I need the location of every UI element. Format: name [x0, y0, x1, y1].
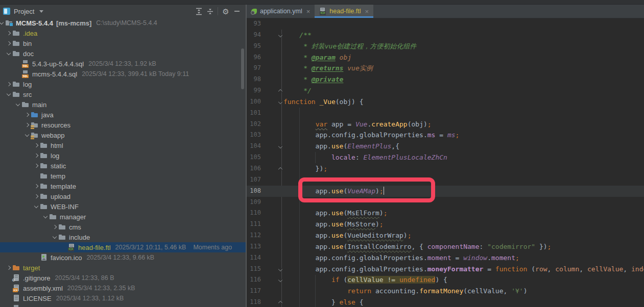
tree-item-head-file.ftl[interactable]: <>head-file.ftl2025/3/12 10:11, 5.46 kBM…	[0, 242, 246, 252]
code-line-118[interactable]: 118 } else {	[247, 297, 644, 307]
code-text[interactable]: app.use(MsElForm);	[283, 208, 388, 219]
tree-item-src[interactable]: src	[0, 89, 246, 99]
chevron-expanded-icon[interactable]	[7, 50, 11, 55]
tree-item-manager[interactable]: manager	[0, 212, 246, 222]
chevron-expanded-icon[interactable]	[16, 101, 20, 106]
fold-region-open-icon[interactable]	[278, 144, 282, 148]
tree-item-partial[interactable]: SQL	[0, 303, 246, 307]
tree-item-mcms-5.4.4[interactable]: MCMS-5.4.4[ms-mcms]C:\study\MCMS-5.4.4	[0, 18, 246, 28]
settings-icon[interactable]: ⚙	[220, 6, 231, 16]
chevron-expanded-icon[interactable]	[43, 214, 47, 218]
code-line-105[interactable]: 105 locale: ElementPlusLocaleZhCn	[247, 152, 644, 163]
code-text[interactable]: app.use(VueUeditorWrap);	[283, 230, 411, 241]
chevron-collapsed-icon[interactable]	[34, 143, 38, 147]
code-line-95[interactable]: 95 * 封装vue创建过程，方便初始化组件	[247, 41, 644, 52]
code-line-101[interactable]: 101	[247, 108, 644, 119]
hide-panel-icon[interactable]	[231, 6, 243, 16]
code-text[interactable]: function _Vue(obj) {	[283, 96, 364, 108]
tree-item-cms[interactable]: cms	[0, 222, 246, 232]
code-text[interactable]: app.use(ElementPlus,{	[283, 141, 399, 152]
tree-item-.gitignore[interactable]: ⊘.gitignore2025/3/4 12:33, 86 B	[0, 273, 246, 283]
close-tab-icon[interactable]: ×	[365, 8, 369, 15]
code-line-93[interactable]: 93	[247, 18, 644, 30]
code-text[interactable]: app.config.globalProperties.moment = win…	[283, 252, 519, 264]
tree-item-webapp[interactable]: webapp	[0, 130, 246, 140]
code-line-106[interactable]: 106 });	[247, 163, 644, 174]
code-text[interactable]: app.use(InstallCodemirro, { componentNam…	[283, 241, 551, 252]
tree-item-template[interactable]: template	[0, 181, 246, 191]
code-text[interactable]: var app = Vue.createApp(obj);	[283, 119, 432, 130]
fold-region-end-icon[interactable]	[278, 301, 282, 305]
code-text[interactable]: * @param obj	[283, 52, 351, 63]
chevron-collapsed-icon[interactable]	[53, 225, 57, 229]
code-line-103[interactable]: 103 app.config.globalProperties.ms = ms;	[247, 130, 644, 141]
code-line-110[interactable]: 110 app.use(MsElForm);	[247, 208, 644, 219]
tree-item-bin[interactable]: bin	[0, 38, 246, 48]
tree-item-favicon.ico[interactable]: favicon.ico2025/3/4 12:33, 9.66 kB	[0, 252, 246, 263]
code-line-94[interactable]: 94 /**	[247, 30, 644, 41]
chevron-collapsed-icon[interactable]	[7, 266, 11, 270]
chevron-expanded-icon[interactable]	[25, 132, 29, 136]
tree-item-resources[interactable]: resources	[0, 120, 246, 130]
tree-item-html[interactable]: html	[0, 140, 246, 150]
tree-item-log[interactable]: log	[0, 79, 246, 89]
fold-region-open-icon[interactable]	[278, 278, 282, 282]
tree-item-main[interactable]: main	[0, 99, 246, 110]
code-line-97[interactable]: 97 * @returns vue实例	[247, 63, 644, 74]
code-text[interactable]: app.config.globalProperties.moneyFormatt…	[283, 264, 644, 275]
chevron-down-icon[interactable]	[39, 10, 43, 13]
chevron-expanded-icon[interactable]	[7, 91, 11, 95]
chevron-expanded-icon[interactable]	[0, 20, 4, 24]
code-text[interactable]: app.use(MsStore);	[283, 219, 384, 230]
code-line-99[interactable]: 99 */	[247, 85, 644, 96]
code-line-112[interactable]: 112 app.use(VueUeditorWrap);	[247, 230, 644, 241]
tree-item-license[interactable]: LICENSE2025/3/4 12:33, 1.12 kB	[0, 293, 246, 303]
fold-region-open-icon[interactable]	[278, 33, 282, 37]
tree-item-include[interactable]: include	[0, 232, 246, 242]
code-line-115[interactable]: 115 app.config.globalProperties.moneyFor…	[247, 264, 644, 275]
chevron-expanded-icon[interactable]	[53, 234, 57, 238]
tree-item-static[interactable]: static	[0, 161, 246, 171]
chevron-collapsed-icon[interactable]	[34, 184, 38, 188]
code-text[interactable]: });	[283, 163, 327, 174]
code-text[interactable]: /**	[283, 30, 312, 41]
editor-tab-application.yml[interactable]: application.yml×	[247, 5, 315, 18]
code-line-96[interactable]: 96 * @param obj	[247, 52, 644, 63]
chevron-collapsed-icon[interactable]	[25, 113, 29, 117]
code-line-114[interactable]: 114 app.config.globalProperties.moment =…	[247, 252, 644, 264]
tree-item-target[interactable]: target	[0, 263, 246, 273]
chevron-collapsed-icon[interactable]	[34, 194, 38, 198]
chevron-collapsed-icon[interactable]	[34, 154, 38, 158]
code-text[interactable]: return accounting.formatMoney(cellValue,…	[283, 286, 527, 297]
code-line-102[interactable]: 102 var app = Vue.createApp(obj);	[247, 119, 644, 130]
collapse-all-icon[interactable]	[204, 6, 216, 16]
code-line-104[interactable]: 104 app.use(ElementPlus,{	[247, 141, 644, 152]
chevron-expanded-icon[interactable]	[34, 203, 38, 208]
code-text[interactable]: if (cellValue != undefined) {	[283, 274, 447, 286]
fold-region-open-icon[interactable]	[278, 267, 282, 271]
tree-item-.idea[interactable]: .idea	[0, 28, 246, 38]
tree-scrollbar[interactable]	[241, 48, 244, 89]
chevron-collapsed-icon[interactable]	[7, 31, 11, 35]
tree-item-assembly.xml[interactable]: <>assembly.xml2025/3/4 12:33, 2.35 kB	[0, 283, 246, 293]
code-text[interactable]: * @returns vue实例	[283, 63, 373, 74]
chevron-collapsed-icon[interactable]	[7, 41, 11, 45]
chevron-collapsed-icon[interactable]	[25, 123, 29, 127]
tree-item-doc[interactable]: doc	[0, 48, 246, 59]
tree-item-java[interactable]: java	[0, 110, 246, 120]
expand-all-icon[interactable]	[193, 6, 204, 16]
tree-item-log[interactable]: log	[0, 150, 246, 161]
code-line-117[interactable]: 117 return accounting.formatMoney(cellVa…	[247, 286, 644, 297]
tree-item-5.4.3-up-5.4.4.sql[interactable]: SQL5.4.3-up-5.4.4.sql2025/3/4 12:33, 1.9…	[0, 59, 246, 69]
chevron-collapsed-icon[interactable]	[34, 164, 38, 168]
chevron-collapsed-icon[interactable]	[7, 82, 11, 86]
close-tab-icon[interactable]: ×	[306, 8, 311, 15]
fold-region-end-icon[interactable]	[278, 167, 282, 171]
code-text[interactable]: locale: ElementPlusLocaleZhCn	[283, 152, 447, 163]
code-text[interactable]: app.config.globalProperties.ms = ms;	[283, 130, 459, 141]
code-line-111[interactable]: 111 app.use(MsStore);	[247, 219, 644, 230]
code-line-113[interactable]: 113 app.use(InstallCodemirro, { componen…	[247, 241, 644, 252]
code-text[interactable]: } else {	[283, 297, 364, 307]
code-line-98[interactable]: 98 * @private	[247, 74, 644, 85]
code-editor[interactable]: 9394 /**95 * 封装vue创建过程，方便初始化组件96 * @para…	[247, 18, 644, 307]
